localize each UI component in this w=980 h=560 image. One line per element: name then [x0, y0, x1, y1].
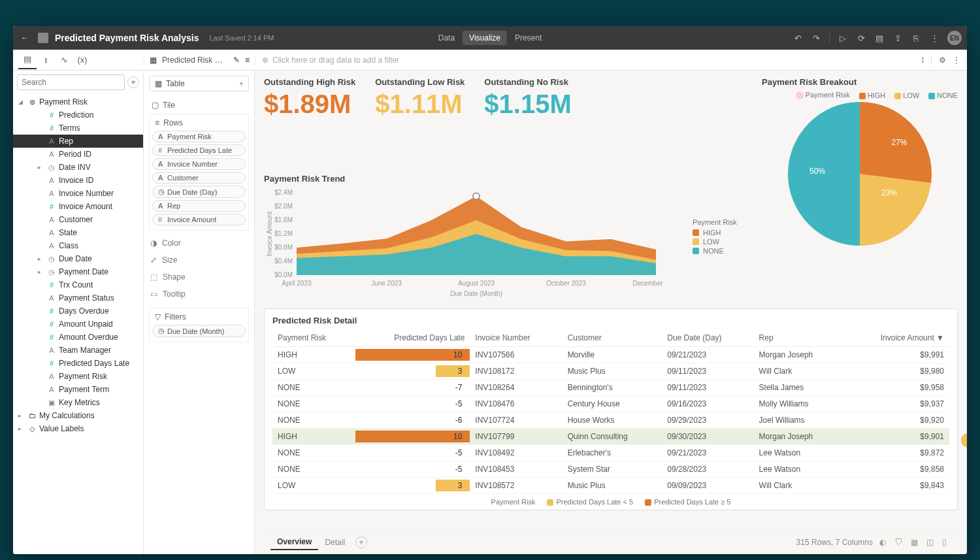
rows-shelf[interactable]: ≡Rows APayment Risk#Predicted Days LateA… [149, 114, 249, 231]
search-input[interactable] [17, 74, 125, 90]
column-header[interactable]: Due Date (Day) [662, 329, 753, 347]
more-icon[interactable]: ⋮ [953, 56, 960, 65]
tree-item[interactable]: #Days Overdue [13, 305, 143, 318]
tree-item[interactable]: APayment Status [13, 291, 143, 305]
tree-item[interactable]: ▸◷Payment Date [13, 265, 143, 278]
tooltip-shelf[interactable]: ▭Tooltip [149, 286, 249, 303]
tree-item[interactable]: #Prediction [13, 108, 143, 122]
params-tab-icon[interactable]: (x) [73, 51, 91, 69]
tree-item[interactable]: ATeam Manager [13, 344, 143, 357]
column-header[interactable]: Rep [754, 329, 845, 347]
tree-item[interactable]: APayment Term [13, 383, 143, 396]
kpi-high-risk[interactable]: Outstanding High Risk $1.89M [264, 77, 355, 119]
field-pill[interactable]: AInvoice Number [152, 158, 246, 170]
column-header[interactable]: Invoice Amount ▼ [845, 329, 949, 347]
tab-overview[interactable]: Overview [270, 535, 318, 550]
kpi-no-risk[interactable]: Outstanding No Risk $1.15M [484, 77, 571, 119]
table-row[interactable]: LOW3INV108572Music Plus09/09/2023Will Cl… [272, 478, 949, 494]
undo-icon[interactable]: ↶ [792, 33, 803, 43]
redo-icon[interactable]: ↷ [811, 33, 821, 43]
field-pill[interactable]: #Invoice Amount [152, 214, 246, 225]
cell: $9,958 [845, 380, 949, 396]
analytics-tab-icon[interactable]: ∿ [55, 51, 73, 69]
table-row[interactable]: HIGH10INV107799Quinn Consulting09/30/202… [272, 429, 949, 445]
tab-detail[interactable]: Detail [318, 535, 351, 550]
field-pill[interactable]: ACustomer [152, 172, 246, 184]
column-header[interactable]: Predicted Days Late [355, 329, 470, 347]
shape-shelf[interactable]: ⬚Shape [149, 269, 249, 286]
viz-tab-icon[interactable]: ⫾ [37, 51, 55, 69]
table-row[interactable]: NONE-6INV107724House Works09/29/2023Joel… [272, 412, 949, 429]
tree-item[interactable]: AClass [13, 239, 143, 252]
tree-folder[interactable]: ▸🗀My Calculations [13, 409, 143, 422]
export-icon[interactable]: ⇪ [892, 33, 903, 43]
play-icon[interactable]: ▷ [838, 33, 848, 43]
table-row[interactable]: LOW3INV108172Music Plus09/11/2023Will Cl… [272, 363, 949, 380]
tree-item[interactable]: #Trx Count [13, 278, 143, 291]
tab-visualize[interactable]: Visualize [463, 31, 507, 45]
tree-item[interactable]: AInvoice Number [13, 187, 143, 200]
field-pill[interactable]: #Predicted Days Late [152, 144, 246, 156]
layout-icon[interactable]: ◫ [926, 538, 936, 547]
tree-item[interactable]: #Amount Overdue [13, 331, 143, 344]
tree-root[interactable]: ◢⊚Payment Risk [13, 95, 143, 108]
column-header[interactable]: Payment Risk [272, 329, 355, 347]
column-header[interactable]: Invoice Number [470, 329, 562, 347]
field-pill[interactable]: ARep [152, 200, 246, 212]
color-shelf[interactable]: ◑Color [149, 235, 249, 252]
tree-item[interactable]: APayment Risk [13, 370, 143, 383]
cell: $9,991 [845, 347, 949, 363]
back-button[interactable]: ← [18, 33, 31, 42]
tree-item[interactable]: AState [13, 226, 143, 239]
table-row[interactable]: NONE-5INV108453System Star09/28/2023Lee … [272, 461, 949, 478]
grid-icon[interactable]: ▦ [911, 538, 920, 547]
tree-item[interactable]: #Predicted Days Late [13, 357, 143, 370]
tree-folder[interactable]: ▸◇Value Labels [13, 422, 143, 435]
tree-item[interactable]: ▸◷Due Date [13, 252, 143, 265]
filter-toggle-icon[interactable]: ⫱ [921, 56, 924, 65]
table-row[interactable]: NONE-5INV108476Century House09/16/2023Mo… [272, 396, 949, 412]
viz-type-select[interactable]: ▦ Table ▾ [149, 76, 249, 91]
table-row[interactable]: NONE-5INV108492Erlebacher's09/21/2023Lee… [272, 445, 949, 461]
save-icon[interactable]: ▤ [874, 33, 885, 43]
tab-data[interactable]: Data [432, 31, 461, 45]
tree-item[interactable]: ARep [13, 135, 143, 148]
tree-item[interactable]: ▣Key Metrics [13, 396, 143, 409]
menu-icon[interactable]: ⋮ [929, 33, 939, 43]
tree-item[interactable]: APeriod ID [13, 148, 143, 161]
share-icon[interactable]: ⎘ [911, 33, 921, 43]
filter-bar[interactable]: ⊕ Click here or drag data to add a filte… [255, 56, 915, 65]
kpi-low-risk[interactable]: Outstanding Low Risk $1.11M [375, 77, 465, 119]
layout2-icon[interactable]: ▯ [942, 538, 951, 547]
add-tab-button[interactable]: + [355, 536, 367, 548]
add-data-button[interactable]: + [127, 76, 139, 88]
column-header[interactable]: Customer [563, 329, 662, 347]
settings-icon[interactable]: ⚙ [939, 56, 946, 65]
field-pill[interactable]: ◷Due Date (Month) [152, 325, 246, 337]
size-shelf[interactable]: ⤢Size [149, 252, 249, 269]
field-pill[interactable]: APayment Risk [152, 131, 246, 142]
refresh-icon[interactable]: ⟳ [856, 33, 866, 43]
trend-chart[interactable]: Payment Risk Trend $0.0M$0.4M$0.8M$1.2M$… [264, 174, 682, 301]
tile-section[interactable]: ▢Tile [149, 97, 249, 114]
tree-item[interactable]: AInvoice ID [13, 174, 143, 187]
tree-item[interactable]: ▸◷Date INV [13, 161, 143, 174]
detail-table[interactable]: Payment RiskPredicted Days LateInvoice N… [272, 329, 949, 494]
user-avatar[interactable]: EN [947, 31, 962, 45]
dataset-edit-icon[interactable]: ✎ [233, 56, 240, 65]
table-row[interactable]: NONE-7INV108264Bennington's09/11/2023Ste… [272, 380, 949, 396]
table-row[interactable]: HIGH10INV107566Morville09/21/2023Morgan … [272, 347, 949, 363]
tree-item[interactable]: #Amount Unpaid [13, 318, 143, 331]
tree-item[interactable]: #Invoice Amount [13, 200, 143, 213]
filters-shelf[interactable]: ▽Filters ◷Due Date (Month) [149, 308, 249, 342]
cell: LOW [272, 478, 355, 494]
data-tab-icon[interactable]: ▤ [18, 51, 37, 69]
tab-present[interactable]: Present [508, 31, 548, 45]
tree-item[interactable]: ACustomer [13, 213, 143, 226]
dataset-selector[interactable]: ▦ Predicted Risk De... ✎ ≡ [144, 56, 255, 65]
svg-text:$0.8M: $0.8M [274, 244, 293, 251]
pie-chart[interactable]: 50%27%23% [788, 102, 932, 246]
field-pill[interactable]: ◷Due Date (Day) [152, 186, 246, 198]
dataset-list-icon[interactable]: ≡ [245, 56, 250, 65]
tree-item[interactable]: #Terms [13, 122, 143, 135]
